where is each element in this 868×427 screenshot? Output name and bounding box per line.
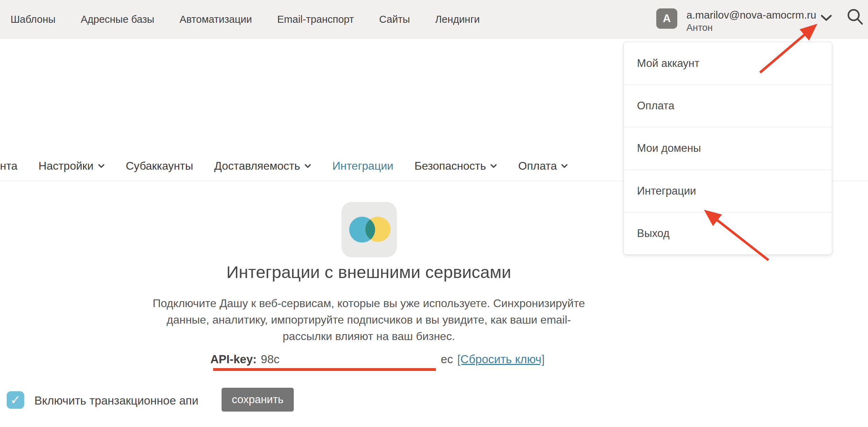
transactional-api-checkbox[interactable]: ✓ [7,391,24,409]
save-button[interactable]: сохранить [222,388,294,412]
integrations-venn-icon [341,202,397,259]
chevron-down-icon [490,164,497,168]
chevron-down-icon[interactable] [820,14,832,23]
menu-item-my-domains[interactable]: Мои домены [624,127,832,169]
reset-api-key-link[interactable]: [Сбросить ключ] [457,353,544,366]
api-key-masked-area [279,359,441,360]
subnav-item-subaccounts[interactable]: Субаккаунты [126,160,193,172]
api-key-row: API-key: 98c ес [Сбросить ключ] [210,351,545,367]
subnav-item-deliverability[interactable]: Доставляемость [214,160,311,172]
account-dropdown-menu: Мой аккаунт Оплата Мои домены Интеграции… [623,42,832,255]
menu-item-integrations[interactable]: Интеграции [624,170,832,212]
page-description: Подключите Дашу к веб-сервисам, которые … [144,295,593,345]
menu-item-logout[interactable]: Выход [624,212,832,255]
account-email: a.marilov@nova-amocrm.ru [686,9,816,21]
subnav-item-security[interactable]: Безопасность [414,160,497,172]
subnav-item-label: Настройки [39,160,94,172]
top-navigation: Шаблоны Адресные базы Автоматизации Emai… [11,0,480,39]
topnav-automations[interactable]: Автоматизации [179,14,252,25]
api-key-visible-end: ес [441,353,453,366]
topnav-address-bases[interactable]: Адресные базы [81,14,154,25]
search-icon[interactable] [846,8,864,28]
subnav-item-settings[interactable]: Настройки [39,160,105,172]
transactional-api-label: Включить транзакционное апи [34,394,198,407]
menu-item-my-account[interactable]: Мой аккаунт [624,42,832,84]
avatar[interactable]: A [656,8,677,29]
subnav-item-payment[interactable]: Оплата [518,160,568,172]
topnav-sites[interactable]: Сайты [379,14,410,25]
account-name: Антон [686,22,713,33]
subnav-item-label: Безопасность [414,160,486,172]
topnav-templates[interactable]: Шаблоны [11,14,55,25]
subnav-item-label: Доставляемость [214,160,300,172]
top-bar: Шаблоны Адресные базы Автоматизации Emai… [0,0,868,39]
page: Шаблоны Адресные базы Автоматизации Emai… [0,0,868,427]
topnav-email-transport[interactable]: Email-транспорт [277,14,354,25]
api-key-redaction-line [213,368,436,371]
page-title: Интеграции с внешними сервисами [0,262,738,282]
chevron-down-icon [98,164,105,168]
subnav-item-integrations[interactable]: Интеграции [332,160,393,172]
subnav-item-label: Оплата [518,160,557,172]
menu-item-payment[interactable]: Оплата [624,84,832,127]
chevron-down-icon [304,164,311,168]
subnav-item-truncated[interactable]: нта [0,160,18,172]
api-key-visible-start: 98c [261,353,279,366]
api-key-label: API-key: [210,353,257,366]
chevron-down-icon [561,164,568,168]
checkmark-icon: ✓ [10,394,21,406]
topnav-landings[interactable]: Лендинги [435,14,480,25]
